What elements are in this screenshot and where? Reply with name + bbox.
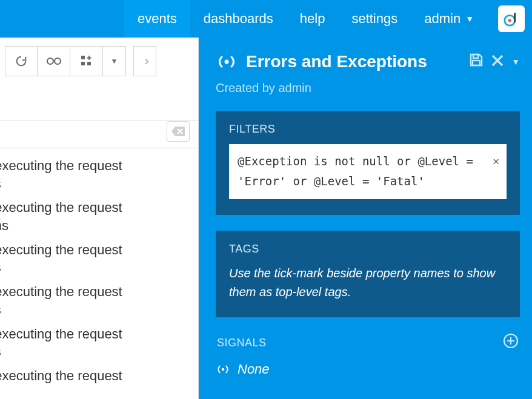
svg-point-3 [55,58,61,64]
chevrons-right-icon: ›› [144,53,146,69]
app-logo[interactable] [498,5,525,32]
toolbar-more-button[interactable]: ▼ [103,46,126,76]
list-item[interactable]: vhile executing the request98 ms [0,199,198,234]
svg-rect-6 [87,62,91,65]
top-nav: events dashboards help settings admin ▼ [0,0,532,38]
tags-label: TAGS [229,243,507,256]
svg-point-7 [225,60,229,64]
nav-dashboards[interactable]: dashboards [190,0,287,38]
list-item[interactable]: vhile executing the request [0,367,198,385]
save-button[interactable] [469,53,484,71]
signal-icon [216,51,238,73]
event-list: vhile executing the request9 ms vhile ex… [0,148,198,385]
tail-button[interactable] [38,46,70,76]
refresh-button[interactable] [5,46,38,76]
svg-point-11 [222,368,225,371]
nav-events[interactable]: events [124,0,190,38]
signal-icon [216,362,230,377]
toolbar: ▼ ›› [0,38,198,85]
events-pane: ▼ ›› vhile executing the request9 ms vhi… [0,38,199,399]
svg-point-2 [47,58,53,64]
signals-none: None [216,361,520,377]
clear-filter-button[interactable] [167,121,190,142]
remove-filter-button[interactable]: ✕ [493,151,499,171]
svg-rect-4 [81,56,85,59]
svg-rect-9 [473,61,480,65]
add-signal-button[interactable] [503,333,519,353]
list-item[interactable]: vhile executing the request9 ms [0,157,198,193]
filters-panel: FILTERS @Exception is not null or @Level… [216,111,520,215]
filter-text: @Exception is not null or @Level = 'Erro… [238,154,473,188]
svg-point-1 [508,19,511,22]
panel-menu-button[interactable]: ▼ [511,57,520,67]
list-item[interactable]: vhile executing the request6 ms [0,325,198,361]
chevron-down-icon: ▼ [111,57,118,65]
tags-panel: TAGS Use the tick-mark beside property n… [216,231,520,317]
nav-settings[interactable]: settings [338,0,411,38]
nav-user-menu[interactable]: admin ▼ [411,0,487,38]
nav-user-label: admin [424,11,461,27]
signals-none-label: None [238,361,270,377]
created-by-label: Created by admin [216,81,520,95]
expand-button[interactable]: ›› [133,46,156,76]
chevron-down-icon: ▼ [465,14,474,24]
list-item[interactable]: vhile executing the request3 ms [0,241,198,277]
tags-hint: Use the tick-mark beside property names … [229,264,507,302]
signals-label: SIGNALS [217,337,267,349]
search-area [0,85,198,121]
svg-rect-5 [81,62,85,65]
signal-editor: Errors and Exceptions ▼ Created by admin… [199,38,532,399]
nav-list: events dashboards help settings admin ▼ [124,0,487,38]
filter-expression[interactable]: @Exception is not null or @Level = 'Erro… [229,144,507,199]
list-item[interactable]: vhile executing the request4 ms [0,283,198,318]
filters-label: FILTERS [229,123,507,136]
close-button[interactable] [491,53,504,71]
svg-rect-8 [473,54,478,58]
panel-title: Errors and Exceptions [246,52,469,71]
nav-help[interactable]: help [287,0,339,38]
grid-add-button[interactable] [70,46,103,76]
